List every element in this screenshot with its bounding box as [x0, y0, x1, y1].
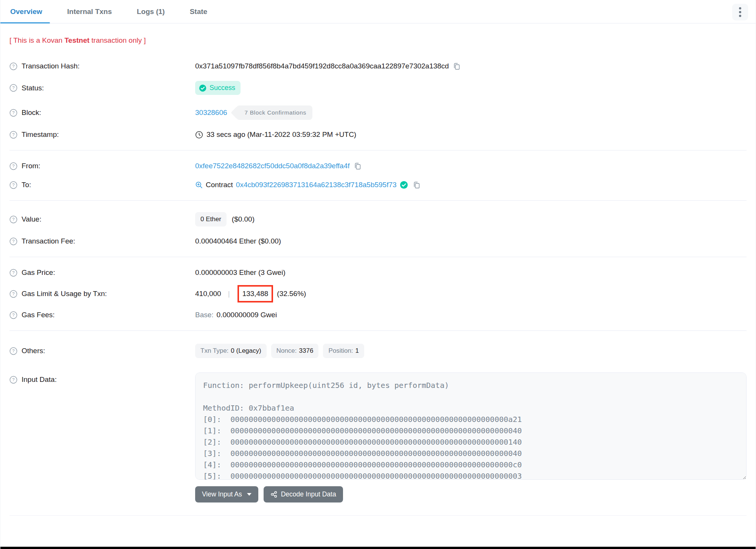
help-icon[interactable]: ?: [9, 162, 17, 170]
tab-overview[interactable]: Overview: [9, 0, 43, 23]
gas-used-highlight-box: 133,488: [238, 285, 273, 302]
row-status: ? Status: Success: [9, 76, 747, 100]
divider: [9, 200, 747, 201]
help-icon[interactable]: ?: [9, 131, 17, 139]
svg-text:?: ?: [12, 239, 14, 243]
help-icon[interactable]: ?: [9, 181, 17, 189]
copy-icon[interactable]: [453, 62, 461, 70]
gas-limit-value: 410,000: [195, 290, 221, 298]
view-input-as-button[interactable]: View Input As: [195, 486, 258, 502]
row-timestamp: ? Timestamp: 33 secs ago (Mar-11-2022 03…: [9, 125, 747, 144]
testnet-warning: [ This is a Kovan Testnet transaction on…: [9, 36, 747, 45]
gas-fees-label: Gas Fees:: [22, 311, 55, 319]
row-block: ? Block: 30328606 7 Block Confirmations: [9, 100, 747, 125]
screen-edge: [0, 547, 756, 549]
row-transaction-hash: ? Transaction Hash: 0x371a51097fb78df856…: [9, 57, 747, 76]
svg-text:?: ?: [12, 64, 14, 68]
gas-separator: |: [228, 290, 230, 298]
help-icon[interactable]: ?: [9, 62, 17, 70]
block-number-link[interactable]: 30328606: [195, 109, 227, 117]
gas-fees-base-label: Base:: [195, 311, 214, 319]
transaction-hash-value: 0x371a51097fb78df856f8b4a7bd459f192d8cc8…: [195, 62, 449, 70]
more-options-button[interactable]: [732, 4, 748, 20]
row-gas-price: ? Gas Price: 0.000000003 Ether (3 Gwei): [9, 263, 747, 282]
svg-text:?: ?: [12, 164, 14, 168]
help-icon[interactable]: ?: [9, 376, 17, 384]
divider: [9, 257, 747, 257]
transaction-page: Overview Internal Txns Logs (1) State [ …: [0, 0, 756, 549]
gas-price-value: 0.000000003 Ether (3 Gwei): [195, 268, 286, 277]
txn-type-value: 0 (Legacy): [231, 347, 261, 355]
tab-internal-txns[interactable]: Internal Txns: [67, 0, 113, 23]
help-icon[interactable]: ?: [9, 109, 17, 117]
nonce-pill: Nonce: 3376: [271, 344, 319, 358]
row-input-data: ? Input Data: Function: performUpkeep(ui…: [9, 365, 747, 508]
view-input-as-label: View Input As: [202, 490, 242, 498]
gas-used-value: 133,488: [242, 290, 269, 298]
svg-text:?: ?: [12, 313, 14, 317]
decode-icon: [270, 491, 278, 498]
svg-text:?: ?: [12, 183, 14, 187]
input-data-textarea[interactable]: Function: performUpkeep(uint256 id, byte…: [195, 372, 747, 480]
tab-state[interactable]: State: [189, 0, 208, 23]
warning-suffix: transaction only ]: [90, 36, 146, 44]
txn-type-key: Txn Type:: [200, 347, 228, 355]
row-from: ? From: 0xfee7522e8482682cf50ddc50a0f8da…: [9, 157, 747, 175]
position-value: 1: [355, 347, 359, 355]
nonce-value: 3376: [299, 347, 314, 355]
ether-value-badge: 0 Ether: [195, 212, 227, 226]
divider: [9, 330, 747, 331]
help-icon[interactable]: ?: [9, 347, 17, 355]
copy-icon[interactable]: [354, 162, 362, 170]
divider: [9, 515, 747, 516]
verified-contract-icon: [400, 181, 408, 189]
warning-bold: Testnet: [64, 36, 89, 44]
txn-type-pill: Txn Type: 0 (Legacy): [195, 344, 267, 358]
position-pill: Position: 1: [323, 344, 364, 358]
gas-price-label: Gas Price:: [22, 268, 55, 277]
decode-button-label: Decode Input Data: [281, 490, 336, 498]
usd-value: ($0.00): [232, 215, 255, 223]
help-icon[interactable]: ?: [9, 311, 17, 319]
copy-icon[interactable]: [413, 181, 421, 189]
input-data-label: Input Data:: [22, 375, 57, 384]
help-icon[interactable]: ?: [9, 216, 17, 223]
input-data-actions: View Input As Decode Input Data: [195, 486, 747, 502]
block-confirmations-badge: 7 Block Confirmations: [233, 105, 312, 120]
status-badge-text: Success: [210, 84, 235, 92]
row-to: ? To: Contract 0x4cb093f226983713164a621…: [9, 175, 747, 194]
position-key: Position:: [328, 347, 353, 355]
clock-icon: [195, 131, 203, 139]
row-others: ? Others: Txn Type: 0 (Legacy) Nonce: 33…: [9, 337, 747, 365]
to-type-label: Contract: [206, 181, 233, 189]
help-icon[interactable]: ?: [9, 269, 17, 277]
timestamp-value: 33 secs ago (Mar-11-2022 03:59:32 PM +UT…: [206, 130, 356, 139]
divider: [9, 150, 747, 150]
zoom-in-icon[interactable]: [195, 181, 203, 189]
decode-input-data-button[interactable]: Decode Input Data: [264, 486, 343, 502]
transaction-hash-label: Transaction Hash:: [22, 62, 79, 70]
row-transaction-fee: ? Transaction Fee: 0.000400464 Ether ($0…: [9, 232, 747, 251]
svg-text:?: ?: [12, 349, 14, 353]
transaction-fee-label: Transaction Fee:: [22, 237, 75, 245]
value-label: Value:: [22, 215, 41, 223]
row-gas-fees: ? Gas Fees: Base: 0.000000009 Gwei: [9, 306, 747, 324]
status-label: Status:: [22, 84, 44, 92]
timestamp-label: Timestamp:: [22, 130, 59, 139]
help-icon[interactable]: ?: [9, 290, 17, 298]
svg-text:?: ?: [12, 85, 14, 90]
svg-text:?: ?: [12, 270, 14, 275]
to-address-link[interactable]: 0x4cb093f226983713164a62138c3f718a5b595f…: [236, 181, 397, 189]
help-icon[interactable]: ?: [9, 237, 17, 245]
from-address-link[interactable]: 0xfee7522e8482682cf50ddc50a0f8da2a39effa…: [195, 162, 350, 170]
nonce-key: Nonce:: [276, 347, 297, 355]
row-value: ? Value: 0 Ether ($0.00): [9, 207, 747, 232]
warning-prefix: [ This is a Kovan: [9, 36, 64, 44]
row-gas-limit-usage: ? Gas Limit & Usage by Txn: 410,000 | 13…: [9, 282, 747, 306]
check-circle-icon: [199, 84, 206, 92]
help-icon[interactable]: ?: [9, 84, 17, 92]
tab-logs[interactable]: Logs (1): [136, 0, 166, 23]
status-badge: Success: [195, 81, 241, 95]
to-label: To:: [22, 181, 31, 189]
gas-used-percent: (32.56%): [277, 290, 306, 298]
